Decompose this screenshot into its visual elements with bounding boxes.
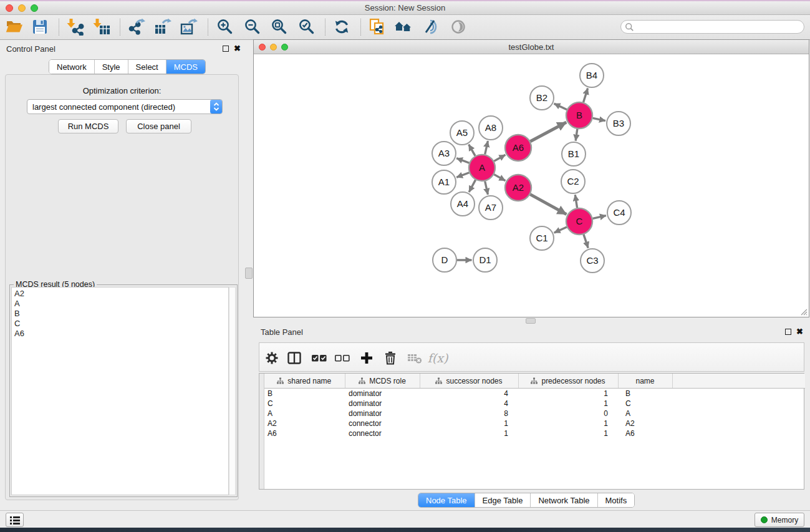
edge-A-A6[interactable] <box>494 155 505 161</box>
edge-C-C3[interactable] <box>584 235 588 248</box>
node-A6[interactable]: A6 <box>505 135 531 161</box>
table-panel-float-icon[interactable] <box>785 329 791 335</box>
node-C3[interactable]: C3 <box>581 249 604 273</box>
node-A[interactable]: A <box>469 155 495 181</box>
network-canvas[interactable]: AA1A2A3A4A5A6A7A8BB1B2B3B4CC1C2C3C4DD1 <box>254 54 809 317</box>
node-D[interactable]: D <box>433 248 456 272</box>
select-all-icon[interactable] <box>311 349 328 367</box>
node-C1[interactable]: C1 <box>530 226 554 250</box>
duplicate-network-icon[interactable] <box>368 17 387 36</box>
network-window-titlebar[interactable]: testGlobe.txt <box>254 40 809 54</box>
optimization-criterion-select[interactable]: largest connected component (directed) <box>27 99 223 114</box>
table-options-icon[interactable] <box>263 349 281 367</box>
search-field[interactable] <box>620 20 804 34</box>
zoom-fit-icon[interactable] <box>270 17 289 36</box>
resize-grip-icon[interactable] <box>799 307 808 316</box>
edge-A-A1[interactable] <box>456 173 469 178</box>
node-B2[interactable]: B2 <box>530 86 554 110</box>
mcds-result-item[interactable]: A6 <box>14 329 226 339</box>
function-builder-icon[interactable]: f(x) <box>429 349 446 367</box>
column-header-successor-nodes[interactable]: successor nodes <box>420 374 518 389</box>
zoom-in-icon[interactable] <box>216 17 234 36</box>
table-panel-close-icon[interactable]: ✖ <box>796 329 803 335</box>
tab-mcds[interactable]: MCDS <box>166 60 205 74</box>
edge-A-A8[interactable] <box>485 141 488 155</box>
task-history-button[interactable] <box>6 513 24 527</box>
show-columns-icon[interactable] <box>286 349 303 367</box>
node-A7[interactable]: A7 <box>479 196 503 220</box>
deselect-all-icon[interactable] <box>334 349 351 367</box>
table-row[interactable]: Cdominator41C <box>264 399 805 409</box>
edge-B-B1[interactable] <box>576 129 577 141</box>
mcds-result-item[interactable]: B <box>14 309 226 319</box>
mcds-result-item[interactable]: A2 <box>14 289 226 299</box>
edge-A-A4[interactable] <box>469 180 475 192</box>
control-panel-float-icon[interactable] <box>223 46 229 52</box>
node-B[interactable]: B <box>566 102 592 128</box>
table-row[interactable]: Bdominator41B <box>264 389 805 399</box>
edge-B-B2[interactable] <box>554 104 567 110</box>
edge-A-A7[interactable] <box>485 181 488 195</box>
edge-C-C2[interactable] <box>575 195 577 208</box>
node-B3[interactable]: B3 <box>607 112 630 135</box>
tab-network[interactable]: Network <box>49 60 95 74</box>
column-header-MCDS-role[interactable]: MCDS role <box>345 374 420 389</box>
tab-select[interactable]: Select <box>128 60 166 74</box>
edge-A-A3[interactable] <box>456 158 469 163</box>
import-network-icon[interactable] <box>66 17 85 36</box>
horizontal-splitter-handle[interactable] <box>526 318 536 324</box>
column-header-predecessor-nodes[interactable]: predecessor nodes <box>518 374 618 389</box>
mcds-result-item[interactable]: A <box>14 299 226 309</box>
node-C[interactable]: C <box>566 208 592 235</box>
table-row[interactable]: Adominator80A <box>264 409 805 418</box>
node-A2[interactable]: A2 <box>505 175 531 201</box>
node-A4[interactable]: A4 <box>451 192 475 216</box>
zoom-out-icon[interactable] <box>243 17 262 36</box>
node-A5[interactable]: A5 <box>450 121 474 145</box>
tab-edge-table[interactable]: Edge Table <box>475 493 531 507</box>
open-session-icon[interactable] <box>5 17 24 36</box>
node-B4[interactable]: B4 <box>580 64 604 87</box>
edge-C-C4[interactable] <box>592 216 606 219</box>
node-C2[interactable]: C2 <box>561 170 585 193</box>
export-network-icon[interactable] <box>127 17 146 36</box>
delete-column-icon[interactable] <box>382 349 399 367</box>
column-header-name[interactable]: name <box>618 374 672 389</box>
edge-B-B4[interactable] <box>584 89 588 102</box>
run-mcds-button[interactable]: Run MCDS <box>58 119 118 133</box>
node-A1[interactable]: A1 <box>432 170 456 194</box>
result-scrollbar[interactable] <box>229 287 236 495</box>
node-A8[interactable]: A8 <box>479 116 503 140</box>
mcds-result-item[interactable]: C <box>14 319 226 329</box>
export-table-icon[interactable] <box>153 17 172 36</box>
node-D1[interactable]: D1 <box>473 248 497 272</box>
import-table-icon[interactable] <box>92 17 111 36</box>
close-panel-button[interactable]: Close panel <box>126 119 191 133</box>
tab-motifs[interactable]: Motifs <box>598 493 635 507</box>
edge-A6-B[interactable] <box>530 122 566 142</box>
edge-A-A2[interactable] <box>494 175 505 181</box>
tab-style[interactable]: Style <box>95 60 128 74</box>
add-column-icon[interactable] <box>358 349 375 367</box>
edge-B-B3[interactable] <box>593 118 605 120</box>
home-icon[interactable] <box>394 17 413 36</box>
table-row[interactable]: A6connector11A6 <box>264 428 805 438</box>
tab-network-table[interactable]: Network Table <box>531 493 597 507</box>
network-view-window[interactable]: testGlobe.txt AA1A2A3A4A5A6A7A8BB1B2B3B4… <box>253 39 809 317</box>
delete-table-icon[interactable] <box>406 349 423 367</box>
tab-node-table[interactable]: Node Table <box>418 493 475 507</box>
node-C4[interactable]: C4 <box>607 201 631 225</box>
edge-A-A5[interactable] <box>469 145 475 156</box>
apply-layout-icon[interactable] <box>332 17 351 36</box>
birds-eye-icon[interactable] <box>449 17 468 36</box>
column-header-shared-name[interactable]: shared name <box>264 374 345 389</box>
node-A3[interactable]: A3 <box>432 142 456 165</box>
graphics-details-icon[interactable] <box>421 17 440 36</box>
mcds-result-list[interactable]: A2ABCA6 <box>11 287 229 495</box>
search-input[interactable] <box>634 22 804 32</box>
edge-A2-C[interactable] <box>530 195 566 215</box>
save-session-icon[interactable] <box>31 17 49 36</box>
node-B1[interactable]: B1 <box>562 142 586 166</box>
control-panel-close-icon[interactable]: ✖ <box>234 46 241 52</box>
zoom-selected-icon[interactable] <box>297 17 316 36</box>
